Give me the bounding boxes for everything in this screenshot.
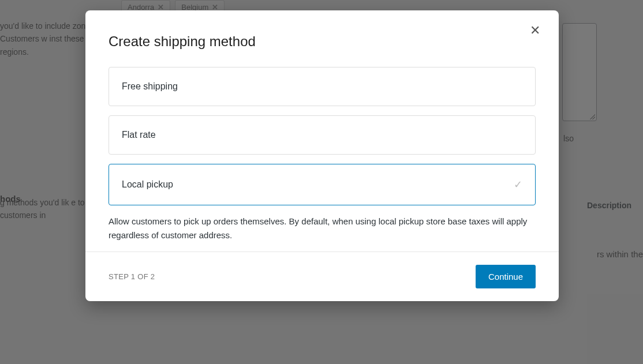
modal-header: Create shipping method ✕	[85, 10, 559, 50]
continue-button[interactable]: Continue	[476, 265, 536, 288]
checkmark-icon: ✓	[514, 178, 522, 191]
option-label: Flat rate	[122, 130, 156, 140]
option-label: Free shipping	[122, 81, 178, 92]
modal-footer: STEP 1 OF 2 Continue	[85, 252, 559, 301]
shipping-option-free-shipping[interactable]: Free shipping ✓	[109, 67, 536, 106]
close-icon: ✕	[530, 23, 540, 38]
step-indicator: STEP 1 OF 2	[109, 272, 155, 281]
shipping-option-flat-rate[interactable]: Flat rate ✓	[109, 115, 536, 155]
modal-body: Free shipping ✓ Flat rate ✓ Local pickup…	[85, 50, 559, 252]
shipping-option-local-pickup[interactable]: Local pickup ✓	[109, 164, 536, 205]
modal-title: Create shipping method	[109, 33, 536, 50]
close-button[interactable]: ✕	[528, 23, 543, 38]
create-shipping-method-modal: Create shipping method ✕ Free shipping ✓…	[85, 10, 559, 301]
option-description: Allow customers to pick up orders themse…	[109, 215, 536, 242]
option-label: Local pickup	[122, 179, 173, 190]
